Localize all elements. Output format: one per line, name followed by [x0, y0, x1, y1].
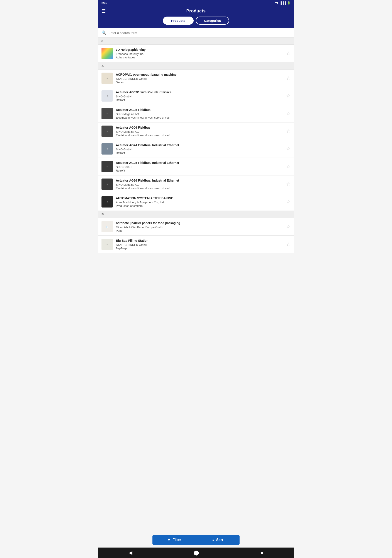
product-info: Actuator AG25 Fieldbus/ Industrial Ether… — [116, 161, 283, 172]
product-name: AUTOMATION SYSTEM AFTER BAKING — [116, 196, 283, 200]
product-name: Actuator AG03/1 with IO-Link interface — [116, 90, 283, 94]
product-category: Retrofit — [116, 151, 283, 155]
product-category: Big-Bags — [116, 247, 283, 250]
favorite-icon[interactable]: ☆ — [286, 128, 290, 134]
battery-icon: 🔋 — [287, 1, 290, 5]
product-info: Actuator AG05 Fieldbus SIKO MagLine AG E… — [116, 108, 283, 119]
product-thumbnail: ⚙ — [102, 90, 113, 102]
product-thumbnail: ⚙ — [102, 143, 113, 155]
app-header: ☰ Products Products Categories — [98, 6, 294, 28]
favorite-icon[interactable]: ☆ — [286, 199, 290, 205]
product-thumbnail: 📄 — [102, 221, 113, 232]
product-info: Big Bag Filling Station STATEC BINDER Gm… — [116, 239, 283, 250]
status-bar: 2:35 ▾▾ ▐▐▐ 🔋 — [98, 0, 294, 6]
search-bar: 🔍 — [98, 28, 294, 37]
product-company: STATEC BINDER GmbH — [116, 77, 283, 80]
section-header-b: B — [98, 211, 294, 218]
product-category: Adhesive tapes — [116, 56, 283, 59]
product-thumbnail: ⚙ — [102, 239, 113, 250]
search-icon: 🔍 — [102, 30, 106, 35]
favorite-icon[interactable]: ☆ — [286, 75, 290, 81]
product-category: Retrofit — [116, 169, 283, 172]
favorite-icon[interactable]: ☆ — [286, 111, 290, 116]
product-info: Actuator AG24 Fieldbus/ Industrial Ether… — [116, 143, 283, 154]
product-company: SIKO GmbH — [116, 166, 283, 169]
list-item[interactable]: ⚙ Actuator AG05 Fieldbus SIKO MagLine AG… — [98, 105, 294, 122]
product-name: Actuator AG05 Fieldbus — [116, 108, 283, 112]
product-info: Actuator AG06 Fieldbus SIKO MagLine AG E… — [116, 126, 283, 137]
wifi-icon: ▾▾ — [275, 1, 278, 5]
product-thumbnail: ⚙ — [102, 179, 113, 190]
favorite-icon[interactable]: ☆ — [286, 146, 290, 152]
section-header-a: A — [98, 62, 294, 70]
tab-categories[interactable]: Categories — [196, 17, 229, 25]
product-name: barricote | barrier papers for food pack… — [116, 221, 283, 225]
product-company: Mitsubishi HiTec Paper Europe GmbH — [116, 226, 283, 229]
product-name: 3D Holographic Vinyl — [116, 48, 283, 52]
product-name: Actuator AG26 Fieldbus/ Industrial Ether… — [116, 179, 283, 183]
favorite-icon[interactable]: ☆ — [286, 51, 290, 56]
product-company: SIKO MagLine AG — [116, 130, 283, 133]
favorite-icon[interactable]: ☆ — [286, 224, 290, 229]
product-info: ACROPAC: open-mouth bagging machine STAT… — [116, 73, 283, 84]
header-top: ☰ Products — [102, 9, 290, 14]
product-category: Electrical drives (linear drives, servo … — [116, 134, 283, 137]
product-category: Production of crakers — [116, 204, 283, 208]
favorite-icon[interactable]: ☆ — [286, 181, 290, 187]
favorite-icon[interactable]: ☆ — [286, 93, 290, 99]
product-company: Frondoso Industry Inc. — [116, 52, 283, 56]
product-name: Actuator AG25 Fieldbus/ Industrial Ether… — [116, 161, 283, 165]
product-thumbnail — [102, 48, 113, 59]
product-name: ACROPAC: open-mouth bagging machine — [116, 73, 283, 77]
menu-icon[interactable]: ☰ — [102, 8, 106, 14]
product-thumbnail: ⚙ — [102, 108, 113, 119]
section-header-3: 3 — [98, 37, 294, 45]
product-thumbnail: ⚙ — [102, 196, 113, 208]
product-category: Retrofit — [116, 98, 283, 102]
product-info: AUTOMATION SYSTEM AFTER BAKING Apex Mach… — [116, 196, 283, 207]
product-company: SIKO MagLine AG — [116, 113, 283, 116]
product-category: Electrical drives (linear drives, servo … — [116, 116, 283, 119]
list-item[interactable]: 3D Holographic Vinyl Frondoso Industry I… — [98, 45, 294, 62]
product-info: barricote | barrier papers for food pack… — [116, 221, 283, 232]
product-category: Paper — [116, 229, 283, 232]
search-input[interactable] — [109, 31, 290, 35]
product-company: SIKO GmbH — [116, 95, 283, 98]
product-thumbnail: ⚙ — [102, 73, 113, 84]
list-item[interactable]: ⚙ Big Bag Filling Station STATEC BINDER … — [98, 236, 294, 253]
list-item[interactable]: ⚙ Actuator AG03/1 with IO-Link interface… — [98, 87, 294, 105]
product-category: Electrical drives (linear drives, servo … — [116, 187, 283, 190]
product-company: SIKO MagLine AG — [116, 183, 283, 186]
tab-products[interactable]: Products — [163, 17, 194, 25]
product-thumbnail: ⚙ — [102, 126, 113, 137]
favorite-icon[interactable]: ☆ — [286, 242, 290, 247]
product-info: Actuator AG26 Fieldbus/ Industrial Ether… — [116, 179, 283, 190]
product-category: Sacks — [116, 81, 283, 84]
page-title: Products — [186, 9, 205, 14]
product-name: Actuator AG06 Fieldbus — [116, 126, 283, 130]
tab-buttons: Products Categories — [163, 17, 229, 25]
list-item[interactable]: ⚙ Actuator AG06 Fieldbus SIKO MagLine AG… — [98, 122, 294, 140]
product-company: Apex Machinery & Equipment Co., Ltd. — [116, 201, 283, 204]
status-time: 2:35 — [102, 1, 107, 5]
list-item[interactable]: ⚙ Actuator AG25 Fieldbus/ Industrial Eth… — [98, 158, 294, 175]
list-item[interactable]: ⚙ AUTOMATION SYSTEM AFTER BAKING Apex Ma… — [98, 193, 294, 211]
list-item[interactable]: ⚙ Actuator AG26 Fieldbus/ Industrial Eth… — [98, 175, 294, 193]
product-thumbnail: ⚙ — [102, 161, 113, 172]
list-item[interactable]: ⚙ ACROPAC: open-mouth bagging machine ST… — [98, 70, 294, 87]
product-name: Big Bag Filling Station — [116, 239, 283, 243]
product-list: 3 3D Holographic Vinyl Frondoso Industry… — [98, 37, 294, 279]
signal-icon: ▐▐▐ — [280, 1, 286, 5]
list-item[interactable]: 📄 barricote | barrier papers for food pa… — [98, 218, 294, 236]
product-company: STATEC BINDER GmbH — [116, 243, 283, 246]
status-icons: ▾▾ ▐▐▐ 🔋 — [275, 1, 290, 5]
product-info: Actuator AG03/1 with IO-Link interface S… — [116, 90, 283, 101]
product-info: 3D Holographic Vinyl Frondoso Industry I… — [116, 48, 283, 59]
product-company: SIKO GmbH — [116, 148, 283, 151]
product-name: Actuator AG24 Fieldbus/ Industrial Ether… — [116, 143, 283, 147]
list-item[interactable]: ⚙ Actuator AG24 Fieldbus/ Industrial Eth… — [98, 140, 294, 158]
favorite-icon[interactable]: ☆ — [286, 164, 290, 169]
